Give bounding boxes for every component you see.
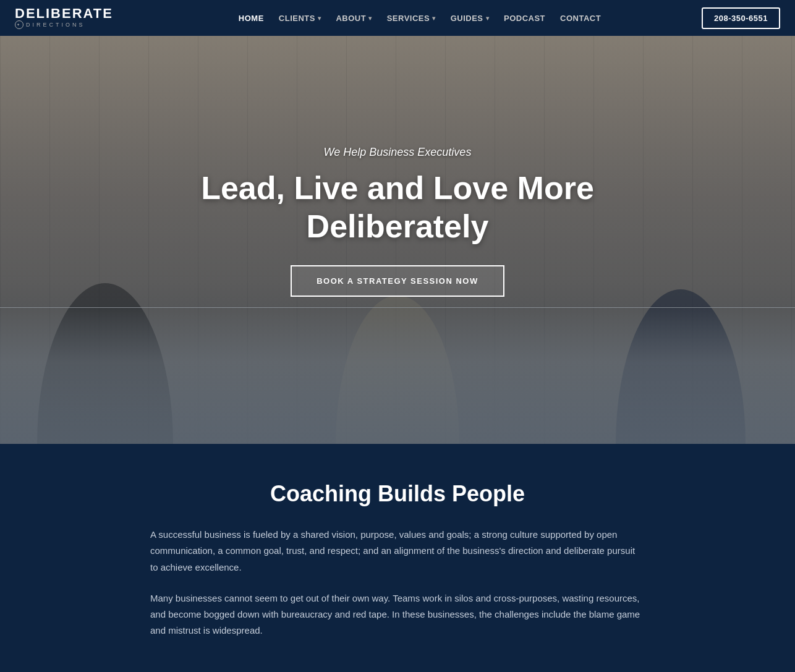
navbar: DELIBERATE DIRECTIONS HOME CLIENTS ▾ ABO… xyxy=(0,0,795,36)
coaching-paragraph-1: A successful business is fueled by a sha… xyxy=(150,527,645,576)
coaching-heading: Coaching Builds People xyxy=(270,481,525,507)
hero-content: We Help Business Executives Lead, Live a… xyxy=(0,36,795,444)
phone-button[interactable]: 208-350-6551 xyxy=(702,7,780,29)
nav-clients[interactable]: CLIENTS ▾ xyxy=(273,9,328,28)
nav-guides[interactable]: GUIDES ▾ xyxy=(444,9,495,28)
chevron-down-icon: ▾ xyxy=(318,15,321,22)
hero-section: We Help Business Executives Lead, Live a… xyxy=(0,36,795,444)
cta-button[interactable]: BOOK A STRATEGY SESSION NOW xyxy=(291,265,504,297)
nav-links: HOME CLIENTS ▾ ABOUT ▾ SERVICES ▾ GUIDES… xyxy=(138,9,702,28)
nav-services[interactable]: SERVICES ▾ xyxy=(381,9,442,28)
logo-text-bottom: DIRECTIONS xyxy=(15,20,85,29)
coaching-paragraph-2: Many businesses cannot seem to get out o… xyxy=(150,590,645,639)
nav-contact[interactable]: CONTACT xyxy=(554,9,607,28)
logo-text-top: DELIBERATE xyxy=(15,7,113,20)
chevron-down-icon: ▾ xyxy=(432,15,436,22)
chevron-down-icon: ▾ xyxy=(486,15,490,22)
hero-title: Lead, Live and Love More Deliberately xyxy=(181,169,614,246)
compass-icon xyxy=(15,20,23,29)
nav-podcast[interactable]: PODCAST xyxy=(498,9,551,28)
logo[interactable]: DELIBERATE DIRECTIONS xyxy=(15,7,113,29)
chevron-down-icon: ▾ xyxy=(368,15,372,22)
nav-home[interactable]: HOME xyxy=(232,9,270,28)
nav-about[interactable]: ABOUT ▾ xyxy=(329,9,378,28)
hero-subtitle: We Help Business Executives xyxy=(324,146,472,159)
coaching-section: Coaching Builds People A successful busi… xyxy=(0,444,795,672)
